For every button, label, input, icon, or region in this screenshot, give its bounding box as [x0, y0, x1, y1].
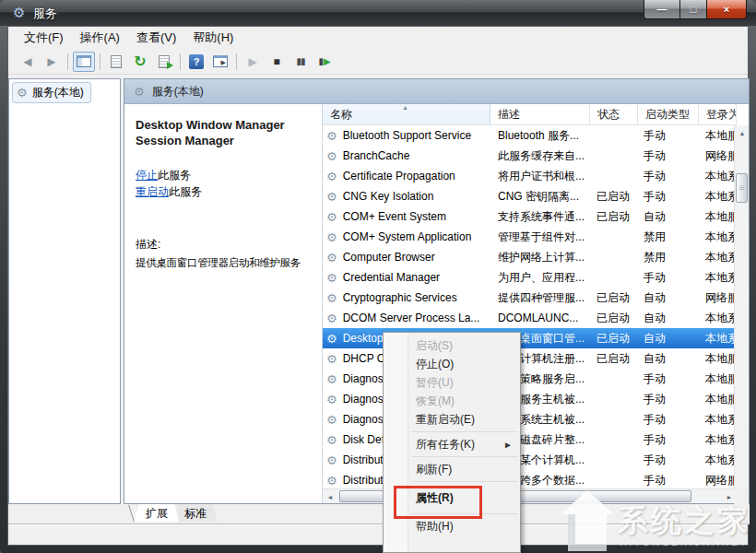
forward-button[interactable]: ►: [41, 52, 63, 72]
column-header-status[interactable]: 状态: [590, 104, 638, 124]
extended-detail-panel: Desktop Window Manager Session Manager 停…: [124, 104, 322, 503]
maximize-button[interactable]: □: [680, 0, 706, 19]
menu-separator: [411, 481, 518, 482]
service-gear-icon: ⚙: [326, 191, 337, 203]
service-row[interactable]: ⚙Computer Browser 维护网络上计算... 禁用 本地系统: [323, 247, 737, 267]
column-header-startup-type[interactable]: 启动类型: [638, 104, 699, 124]
tab-extended[interactable]: 扩展: [135, 504, 179, 522]
service-row[interactable]: ⚙Credential Manager 为用户、应用程... 手动 本地系统: [323, 267, 737, 288]
restart-service-button[interactable]: ▮▶: [313, 52, 336, 72]
service-gear-icon: ⚙: [326, 292, 337, 304]
column-header-description[interactable]: 描述: [490, 104, 590, 124]
menu-item-帮助[interactable]: 帮助(H): [384, 517, 520, 535]
menu-item-停止[interactable]: 停止(O): [384, 355, 520, 373]
service-gear-icon: ⚙: [326, 130, 337, 142]
show-console-tree-button[interactable]: [73, 52, 95, 72]
console-tree-icon: [77, 55, 91, 67]
export-list-button[interactable]: [153, 52, 175, 72]
back-button[interactable]: ◄: [17, 52, 39, 72]
menu-item-暂停: 暂停(U): [384, 373, 520, 392]
vertical-scrollbar[interactable]: ▲ ▼: [734, 125, 749, 513]
stop-service-icon: ■: [273, 55, 279, 68]
restart-link-suffix: 此服务: [169, 185, 202, 198]
tree-item-services-local[interactable]: ⚙ 服务(本地): [12, 82, 91, 103]
context-menu: 启动(S)停止(O)暂停(U)恢复(M)重新启动(E)所有任务(K)►刷新(F)…: [383, 332, 521, 553]
service-row[interactable]: ⚙COM+ System Application 管理基于组件对... 禁用 本…: [323, 227, 737, 247]
service-gear-icon: ⚙: [326, 454, 337, 466]
column-header-name[interactable]: 名称 ▲: [323, 104, 490, 124]
start-service-button[interactable]: ▶: [242, 52, 264, 72]
service-gear-icon: ⚙: [326, 333, 337, 345]
menu-item-刷新[interactable]: 刷新(F): [384, 460, 520, 478]
pane-header: ⚙ 服务(本地): [124, 79, 749, 104]
service-gear-icon: ⚙: [326, 394, 337, 406]
service-row[interactable]: ⚙BranchCache 此服务缓存来自... 手动 网络服务: [323, 146, 737, 166]
restart-service-icon: ▮▶: [318, 56, 330, 66]
menu-view[interactable]: 查看(V): [128, 27, 184, 49]
minimize-button[interactable]: —: [644, 0, 680, 19]
service-gear-icon: ⚙: [326, 312, 337, 324]
scroll-up-icon[interactable]: ▲: [735, 125, 750, 140]
status-bar: [8, 524, 748, 545]
start-service-icon: ▶: [248, 55, 256, 68]
menu-file[interactable]: 文件(F): [16, 27, 72, 49]
menu-separator: [411, 456, 518, 457]
toolbar: ◄ ► ↻ ? ▶ ▶ ■ ▮▮ ▮▶: [8, 49, 748, 75]
selected-service-title: Desktop Window Manager Session Manager: [136, 117, 313, 148]
pause-service-icon: ▮▮: [296, 56, 304, 66]
service-gear-icon: ⚙: [326, 414, 337, 426]
service-gear-icon: ⚙: [326, 171, 337, 182]
pause-service-button[interactable]: ▮▮: [289, 52, 312, 72]
stop-service-button[interactable]: ■: [266, 52, 288, 72]
show-action-pane-button[interactable]: ▶: [209, 52, 231, 72]
menu-help[interactable]: 帮助(H): [184, 27, 242, 49]
close-button[interactable]: ×: [706, 0, 747, 19]
menu-item-重新启动[interactable]: 重新启动(E): [384, 410, 520, 429]
refresh-icon: ↻: [134, 53, 146, 70]
menu-action[interactable]: 操作(A): [72, 27, 128, 49]
title-bar[interactable]: ⚙ 服务 — □ ×: [0, 0, 756, 26]
back-icon: ◄: [21, 53, 35, 69]
stop-link-suffix: 此服务: [158, 169, 191, 182]
help-button[interactable]: ?: [185, 52, 207, 72]
service-row[interactable]: ⚙Cryptographic Services 提供四种管理服... 已启动 自…: [323, 288, 737, 308]
action-pane-icon: ▶: [213, 55, 228, 67]
description-label: 描述:: [136, 237, 313, 253]
restart-service-link[interactable]: 重启动: [136, 185, 169, 198]
window-title: 服务: [33, 6, 57, 22]
console-tree-pane: ⚙ 服务(本地): [8, 78, 121, 504]
service-gear-icon: ⚙: [326, 475, 337, 487]
service-row[interactable]: ⚙CNG Key Isolation CNG 密钥隔离... 已启动 手动 本地…: [323, 186, 737, 206]
toolbar-separator: [67, 53, 68, 70]
submenu-arrow-icon: ►: [503, 440, 513, 450]
services-window: ⚙ 服务 — □ × 文件(F) 操作(A) 查看(V) 帮助(H) ◄ ► ↻…: [0, 0, 756, 553]
menu-separator: [411, 431, 518, 432]
help-icon: ?: [189, 54, 204, 69]
column-header-logon-as[interactable]: 登录为: [699, 104, 737, 124]
toolbar-separator: [180, 53, 181, 70]
services-gear-icon: ⚙: [17, 87, 28, 99]
toolbar-separator: [100, 53, 100, 70]
pane-header-gear-icon: ⚙: [134, 86, 145, 98]
vertical-scroll-thumb[interactable]: [736, 173, 748, 203]
service-row[interactable]: ⚙COM+ Event System 支持系统事件通... 已启动 自动 本地服…: [323, 206, 737, 227]
refresh-button[interactable]: ↻: [129, 52, 151, 72]
service-row[interactable]: ⚙Bluetooth Support Service Bluetooth 服务.…: [323, 125, 737, 146]
service-row[interactable]: ⚙DCOM Server Process La... DCOMLAUNC... …: [323, 308, 737, 328]
menu-item-所有任务[interactable]: 所有任务(K)►: [384, 435, 520, 453]
tree-item-label: 服务(本地): [32, 85, 84, 100]
scrollbar-corner: [734, 488, 749, 503]
service-gear-icon: ⚙: [326, 353, 337, 365]
properties-button[interactable]: [105, 52, 127, 72]
service-row[interactable]: ⚙Certificate Propagation 将用户证书和根... 手动 本…: [323, 166, 737, 186]
list-header: 名称 ▲ 描述 状态 启动类型 登录为: [323, 104, 737, 125]
service-gear-icon: ⚙: [326, 211, 337, 223]
sort-ascending-icon: ▲: [402, 104, 408, 111]
service-gear-icon: ⚙: [326, 252, 337, 264]
annotation-highlight-box: [394, 486, 482, 519]
scroll-left-icon[interactable]: ◄: [323, 489, 337, 504]
tab-standard[interactable]: 标准: [173, 504, 218, 522]
stop-service-link[interactable]: 停止: [136, 169, 158, 182]
toolbar-separator: [236, 53, 237, 70]
service-gear-icon: ⚙: [326, 231, 337, 243]
